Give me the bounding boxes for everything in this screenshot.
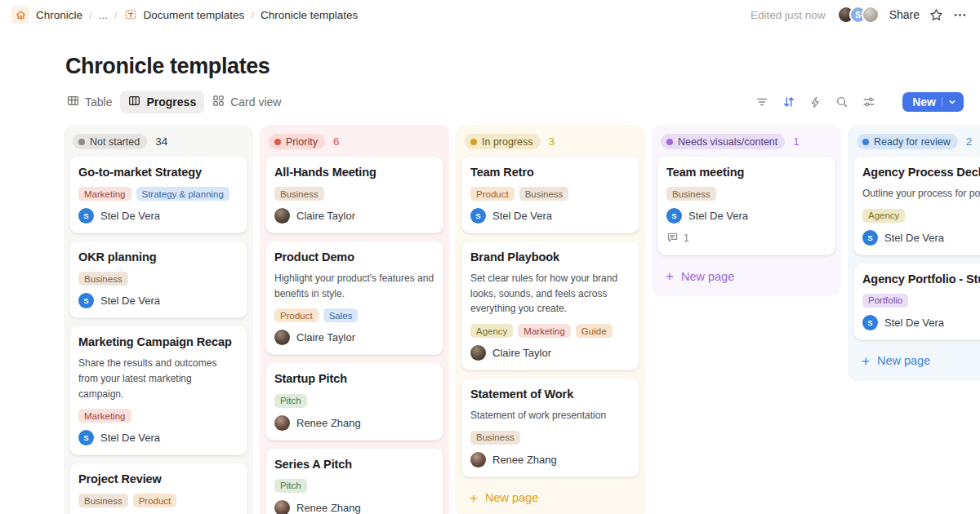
tab-card-view[interactable]: Card view [204, 91, 289, 113]
new-page-label: New page [485, 491, 538, 504]
search-icon[interactable] [835, 95, 849, 109]
avatar: S [666, 208, 682, 224]
breadcrumb-ellipsis[interactable]: ... [99, 9, 108, 21]
assignee-row: SStel De Vera [470, 208, 630, 224]
tag-pitch: Pitch [274, 394, 307, 408]
tag-business: Business [78, 494, 128, 507]
home-icon[interactable] [11, 6, 29, 24]
sort-icon[interactable] [782, 95, 795, 109]
breadcrumb-parent[interactable]: Document templates [144, 9, 245, 21]
card-series-a-pitch[interactable]: Series A PitchPitchRenee Zhang [265, 448, 443, 514]
assignee-name: Stel De Vera [884, 317, 944, 329]
card-team-meeting[interactable]: Team meetingBusinessSStel De Vera1 [657, 156, 835, 255]
assignee-name: Stel De Vera [492, 210, 552, 222]
avatar [274, 330, 290, 345]
tag-agency: Agency [862, 209, 905, 223]
assignee-name: Renee Zhang [296, 417, 361, 429]
column-status-pill[interactable]: In progress [465, 134, 541, 149]
share-button[interactable]: Share [889, 8, 920, 21]
card-title: OKR planning [78, 250, 238, 264]
new-page-button[interactable]: +New page [461, 485, 639, 512]
star-icon[interactable] [929, 8, 943, 22]
new-page-label: New page [877, 354, 930, 367]
column-status-pill[interactable]: Ready for review [857, 134, 958, 149]
new-page-button[interactable]: +New page [853, 348, 980, 374]
tag-row: Portfolio [862, 294, 980, 308]
column-status-pill[interactable]: Needs visuals/content [661, 134, 785, 149]
column-header: In progress3 [461, 130, 639, 156]
assignee-row: Renee Zhang [274, 500, 434, 514]
card-title: All-Hands Meeting [274, 165, 434, 179]
table-icon [67, 95, 79, 109]
board-column-needs-visuals-content: Needs visuals/content1Team meetingBusine… [652, 125, 841, 296]
plus-icon: + [666, 269, 674, 283]
card-title: Go-to-market Strategy [78, 165, 238, 179]
view-tools: New [755, 92, 964, 112]
tag-row: Business [274, 187, 434, 201]
assignee-name: Stel De Vera [100, 210, 160, 222]
card-description: Highlight your product's features and be… [274, 271, 434, 301]
more-options-icon[interactable] [953, 8, 967, 22]
view-settings-icon[interactable] [862, 95, 875, 109]
card-agency-portfolio-studio[interactable]: Agency Portfolio - StudioPortfolioSStel … [853, 263, 980, 340]
avatar: S [78, 208, 94, 224]
breadcrumb-current: Chronicle templates [261, 9, 358, 21]
filter-icon[interactable] [755, 95, 768, 109]
card-agency-process-deck[interactable]: Agency Process DeckOutline your process … [853, 156, 980, 255]
column-count: 2 [966, 135, 973, 148]
card-brand-playbook[interactable]: Brand PlaybookSet clear rules for how yo… [461, 241, 639, 370]
card-title: Startup Pitch [274, 371, 434, 386]
automation-bolt-icon[interactable] [809, 96, 822, 109]
tag-row: Marketing [78, 409, 238, 423]
assignee-row: SStel De Vera [78, 208, 238, 224]
card-marketing-campaign-recap[interactable]: Marketing Campaign RecapShare the result… [69, 326, 247, 455]
card-title: Marketing Campaign Recap [78, 335, 238, 349]
new-button[interactable]: New [902, 92, 964, 112]
tag-product: Product [470, 187, 514, 201]
card-title: Team Retro [470, 165, 630, 179]
card-project-review[interactable]: Project ReviewBusinessProductSStel De Ve… [69, 463, 247, 514]
tab-table[interactable]: Table [59, 91, 120, 113]
card-team-retro[interactable]: Team RetroProductBusinessSStel De Vera [461, 156, 639, 233]
column-header: Not started34 [69, 130, 247, 156]
tag-business: Business [519, 187, 569, 201]
assignee-row: SStel De Vera [78, 293, 238, 308]
tag-row: Pitch [274, 479, 434, 493]
column-status-pill[interactable]: Priority [269, 134, 325, 149]
new-page-button[interactable]: +New page [657, 263, 835, 290]
tag-row: ProductSales [274, 308, 434, 322]
board-column-in-progress: In progress3Team RetroProductBusinessSSt… [456, 125, 645, 514]
card-okr-planning[interactable]: OKR planningBusinessSStel De Vera [69, 241, 247, 318]
chevron-down-icon[interactable] [942, 97, 957, 107]
card-title: Series A Pitch [274, 457, 434, 472]
assignee-row: SStel De Vera [666, 208, 826, 224]
collaborator-avatars[interactable]: S [837, 6, 880, 24]
tag-marketing: Marketing [78, 409, 131, 423]
card-description: Outline your process for potenti [862, 186, 980, 202]
cards-icon [212, 95, 225, 109]
tab-progress[interactable]: Progress [120, 91, 204, 113]
tag-marketing: Marketing [78, 187, 131, 201]
card-description: Share the results and outcomes from your… [78, 356, 238, 401]
card-product-demo[interactable]: Product DemoHighlight your product's fea… [265, 241, 443, 355]
avatar [274, 500, 290, 514]
breadcrumb-workspace[interactable]: Chronicle [36, 9, 82, 21]
tag-business: Business [470, 431, 520, 445]
assignee-row: Claire Taylor [274, 208, 434, 224]
card-startup-pitch[interactable]: Startup PitchPitchRenee Zhang [265, 362, 443, 440]
column-status-pill[interactable]: Not started [73, 134, 147, 149]
avatar [862, 6, 880, 24]
card-statement-of-work[interactable]: Statement of WorkStatement of work prese… [461, 378, 639, 477]
tag-sales: Sales [323, 308, 359, 322]
breadcrumb: Chronicle / ... / Document templates / C… [11, 6, 358, 24]
plus-icon: + [470, 491, 478, 505]
tag-pitch: Pitch [274, 479, 307, 493]
column-label: Ready for review [874, 136, 951, 148]
tag-product: Product [133, 494, 177, 507]
avatar: S [862, 315, 878, 330]
card-go-to-market-strategy[interactable]: Go-to-market StrategyMarketingStrategy &… [69, 156, 247, 233]
card-all-hands-meeting[interactable]: All-Hands MeetingBusinessClaire Taylor [265, 156, 443, 233]
comment-count-row: 1 [666, 231, 826, 246]
assignee-row: Claire Taylor [274, 330, 434, 345]
assignee-name: Stel De Vera [100, 295, 160, 307]
